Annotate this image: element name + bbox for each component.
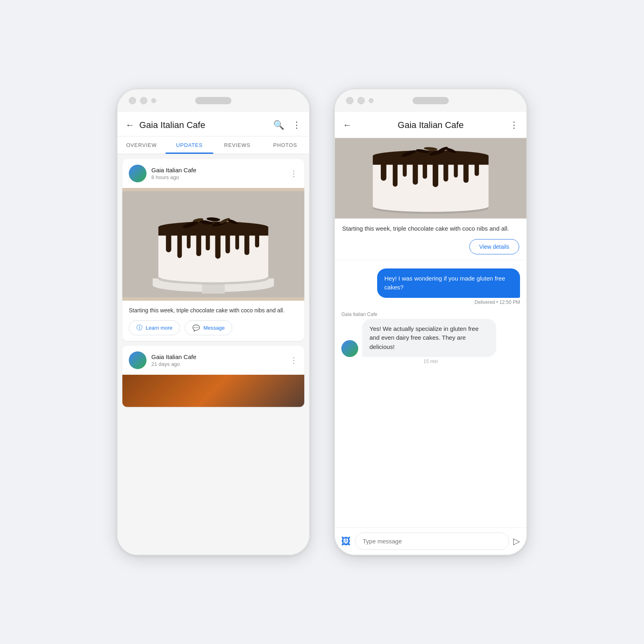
message-button[interactable]: 💬 Message bbox=[185, 320, 232, 335]
chat-post-text: Starting this week, triple chocolate cak… bbox=[342, 224, 519, 233]
tab-updates[interactable]: UPDATES bbox=[165, 136, 213, 154]
left-phone-top bbox=[118, 89, 309, 112]
learn-more-label: Learn more bbox=[146, 325, 172, 331]
left-header-icons: 🔍 ⋮ bbox=[273, 120, 301, 130]
right-phone-speaker bbox=[413, 97, 449, 104]
svg-rect-15 bbox=[215, 231, 221, 259]
message-time: 15 min bbox=[341, 359, 520, 364]
svg-rect-18 bbox=[244, 231, 249, 255]
right-phone-top bbox=[335, 89, 526, 112]
camera-dot-3 bbox=[151, 98, 156, 103]
post-2-menu-icon[interactable]: ⋮ bbox=[290, 355, 298, 365]
tab-overview[interactable]: OVERVIEW bbox=[118, 136, 165, 154]
svg-point-9 bbox=[158, 222, 268, 233]
svg-rect-37 bbox=[413, 161, 418, 185]
post-2-meta: Gaia Italian Cafe 21 days ago bbox=[151, 353, 285, 367]
post-2-avatar bbox=[129, 351, 147, 369]
post-1-business-name: Gaia Italian Cafe bbox=[151, 167, 285, 173]
menu-icon[interactable]: ⋮ bbox=[292, 120, 301, 130]
post-1-time: 8 hours ago bbox=[151, 174, 285, 180]
svg-rect-3 bbox=[202, 284, 225, 294]
post-1-body: Starting this week, triple chocolate cak… bbox=[122, 301, 304, 341]
user-message-bubble: Hey! I was wondering if you made gluten … bbox=[377, 268, 520, 298]
svg-rect-19 bbox=[255, 231, 259, 248]
post-card-2: Gaia Italian Cafe 21 days ago ⋮ bbox=[122, 346, 304, 407]
business-message-row: Yes! We actually specialize in gluten fr… bbox=[341, 319, 520, 357]
camera-dot-1 bbox=[129, 97, 136, 104]
phone-speaker bbox=[195, 97, 231, 104]
svg-rect-34 bbox=[381, 161, 386, 181]
post-1-actions: ⓘ Learn more 💬 Message bbox=[129, 320, 298, 335]
chat-menu-icon[interactable]: ⋮ bbox=[510, 120, 518, 130]
svg-rect-40 bbox=[444, 161, 448, 182]
post-1-meta: Gaia Italian Cafe 8 hours ago bbox=[151, 167, 285, 180]
chat-post-preview: Starting this week, triple chocolate cak… bbox=[335, 138, 526, 260]
left-phone: ← Gaia Italian Cafe 🔍 ⋮ OVERVIEW UPDATES… bbox=[117, 89, 310, 555]
svg-rect-16 bbox=[225, 231, 230, 254]
post-1-header: Gaia Italian Cafe 8 hours ago ⋮ bbox=[122, 159, 304, 188]
left-app-header: ← Gaia Italian Cafe 🔍 ⋮ bbox=[118, 112, 309, 136]
svg-rect-13 bbox=[196, 231, 201, 256]
svg-point-30 bbox=[373, 201, 489, 212]
svg-rect-6 bbox=[158, 229, 268, 277]
user-message-meta: Delivered • 12:50 PM bbox=[475, 299, 520, 305]
chat-messages-area: Hey! I was wondering if you made gluten … bbox=[335, 260, 526, 528]
right-screen: ← Gaia Italian Cafe ⋮ bbox=[335, 112, 526, 555]
right-cameras bbox=[346, 97, 374, 104]
chat-post-body: Starting this week, triple chocolate cak… bbox=[335, 219, 526, 260]
message-label: Message bbox=[203, 325, 225, 331]
left-cameras bbox=[129, 97, 156, 104]
message-icon: 💬 bbox=[192, 324, 200, 332]
cake-illustration bbox=[122, 188, 304, 301]
post-1-avatar bbox=[129, 165, 147, 182]
right-camera-dot-3 bbox=[369, 98, 374, 103]
svg-rect-41 bbox=[454, 161, 458, 178]
post-2-time: 21 days ago bbox=[151, 361, 285, 367]
svg-rect-38 bbox=[423, 161, 427, 179]
send-button[interactable]: ▷ bbox=[513, 536, 520, 547]
left-screen: ← Gaia Italian Cafe 🔍 ⋮ OVERVIEW UPDATES… bbox=[118, 112, 309, 555]
search-icon[interactable]: 🔍 bbox=[273, 120, 284, 130]
updates-feed: Gaia Italian Cafe 8 hours ago ⋮ bbox=[118, 154, 309, 555]
chat-header: ← Gaia Italian Cafe ⋮ bbox=[335, 112, 526, 138]
info-icon: ⓘ bbox=[136, 324, 142, 332]
svg-rect-10 bbox=[166, 231, 171, 252]
svg-rect-42 bbox=[463, 161, 469, 183]
chat-input-field[interactable] bbox=[355, 533, 509, 550]
business-message-wrapper: Gaia Italian Cafe Yes! We actually speci… bbox=[341, 312, 520, 366]
svg-rect-17 bbox=[235, 231, 239, 250]
svg-rect-14 bbox=[206, 231, 210, 250]
camera-dot-2 bbox=[140, 97, 147, 104]
business-message-bubble: Yes! We actually specialize in gluten fr… bbox=[362, 319, 496, 357]
post-1-text: Starting this week, triple chocolate cak… bbox=[129, 306, 298, 315]
post-1-menu-icon[interactable]: ⋮ bbox=[290, 169, 298, 178]
svg-rect-36 bbox=[403, 161, 407, 177]
chat-post-image bbox=[335, 138, 526, 219]
attach-icon[interactable]: 🖼 bbox=[341, 536, 351, 547]
svg-rect-29 bbox=[373, 158, 489, 206]
left-back-button[interactable]: ← bbox=[126, 120, 134, 130]
post-2-business-name: Gaia Italian Cafe bbox=[151, 353, 285, 360]
post-2-header: Gaia Italian Cafe 21 days ago ⋮ bbox=[122, 346, 304, 375]
learn-more-button[interactable]: ⓘ Learn more bbox=[129, 320, 180, 335]
post-card-1: Gaia Italian Cafe 8 hours ago ⋮ bbox=[122, 159, 304, 341]
chat-header-title: Gaia Italian Cafe bbox=[357, 120, 505, 130]
svg-rect-11 bbox=[178, 231, 182, 258]
svg-rect-43 bbox=[475, 161, 479, 176]
svg-point-33 bbox=[373, 151, 489, 162]
post-1-image bbox=[122, 188, 304, 301]
left-header-title: Gaia Italian Cafe bbox=[139, 120, 268, 130]
view-details-button[interactable]: View details bbox=[469, 239, 519, 254]
svg-rect-39 bbox=[433, 161, 438, 187]
user-message-wrapper: Hey! I was wondering if you made gluten … bbox=[341, 268, 520, 305]
tab-reviews[interactable]: REVIEWS bbox=[213, 136, 261, 154]
right-back-button[interactable]: ← bbox=[343, 120, 352, 130]
right-phone: ← Gaia Italian Cafe ⋮ bbox=[334, 89, 527, 555]
post-2-image-preview bbox=[122, 375, 304, 407]
chat-cake-illustration bbox=[335, 138, 526, 219]
business-sender-name: Gaia Italian Cafe bbox=[341, 312, 520, 317]
tab-photos[interactable]: PHOTOS bbox=[261, 136, 309, 154]
svg-rect-12 bbox=[187, 231, 190, 248]
right-camera-dot-2 bbox=[357, 97, 365, 104]
phones-container: ← Gaia Italian Cafe 🔍 ⋮ OVERVIEW UPDATES… bbox=[117, 89, 527, 555]
